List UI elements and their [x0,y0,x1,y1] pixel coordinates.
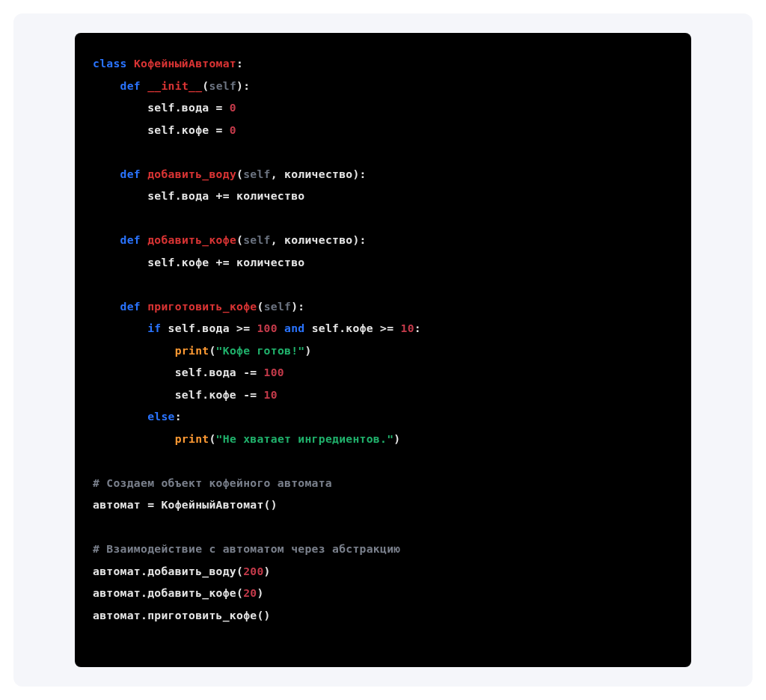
code-token: добавить_воду [147,168,236,180]
code-token: 200 [243,565,263,577]
code-token: 100 [264,366,284,378]
code-token: автомат.приготовить_кофе() [93,609,271,621]
code-token: , количество): [271,233,367,246]
code-token: print [175,344,209,357]
code-token: self.вода += количество [93,189,304,202]
code-token: class [93,57,127,70]
page-frame: class КофейныйАвтомат: def __init__(self… [0,0,766,700]
code-token [93,322,147,334]
code-token: ) [257,586,263,599]
code-token: : [175,410,182,423]
code-token: # Создаем объект кофейного автомата [93,476,332,489]
code-token: , количество): [271,168,367,180]
code-token: if [147,322,161,334]
code-token: ): [236,79,250,92]
code-token: self.вода -= [93,366,264,378]
code-token: автомат.добавить_кофе( [93,586,243,599]
code-token [93,432,175,445]
code-token: "Кофе готов!" [216,344,305,357]
code-token [93,79,120,92]
code-token: def [120,300,141,313]
code-token: ): [291,300,304,313]
content-card: class КофейныйАвтомат: def __init__(self… [13,13,753,687]
code-block: class КофейныйАвтомат: def __init__(self… [75,33,691,667]
code-token [141,233,147,246]
code-token: КофейныйАвтомат [134,57,236,70]
code-token [93,410,147,423]
code-token [93,168,120,180]
code-token [127,57,134,70]
code-token: : [414,322,421,334]
code-token: ( [257,300,263,313]
code-token [141,300,147,313]
code-token: self.кофе += количество [93,256,304,268]
code-token: автомат = КофейныйАвтомат() [93,498,278,511]
code-token: self.кофе >= [304,322,400,334]
code-token: self.кофе -= [93,388,264,401]
code-token [93,300,120,313]
code-token: ( [209,432,215,445]
code-token: ( [236,233,243,246]
code-token [141,79,147,92]
code-content[interactable]: class КофейныйАвтомат: def __init__(self… [93,52,673,626]
code-token [278,322,284,334]
code-token: else [147,410,175,423]
code-token: "Не хватает ингредиентов." [216,432,394,445]
code-token: 100 [257,322,277,334]
code-token: ) [264,565,271,577]
code-token: def [120,79,141,92]
code-token: self [243,168,271,180]
code-token: self [243,233,271,246]
code-token [141,168,147,180]
code-token: 20 [243,586,257,599]
code-token: self.кофе = [93,123,230,136]
code-token: print [175,432,209,445]
code-token [93,344,175,357]
code-token [93,233,120,246]
code-token: 0 [230,101,236,114]
code-token: добавить_кофе [147,233,236,246]
code-token: self.вода = [93,101,230,114]
code-token: ( [209,344,215,357]
code-token: __init__ [147,79,202,92]
code-token: def [120,233,141,246]
code-token: self [264,300,292,313]
code-token: and [284,322,304,334]
code-token: приготовить_кофе [147,300,257,313]
code-token: 0 [230,123,236,136]
code-token: # Взаимодействие с автоматом через абстр… [93,542,400,555]
code-token: автомат.добавить_воду( [93,565,243,577]
code-token: ( [236,168,243,180]
code-token: ) [393,432,400,445]
code-token: 10 [264,388,278,401]
code-token: 10 [400,322,414,334]
code-token: : [236,57,243,70]
code-token: ) [304,344,311,357]
code-token: self [209,79,236,92]
code-token: self.вода >= [161,322,257,334]
code-token: def [120,168,141,180]
